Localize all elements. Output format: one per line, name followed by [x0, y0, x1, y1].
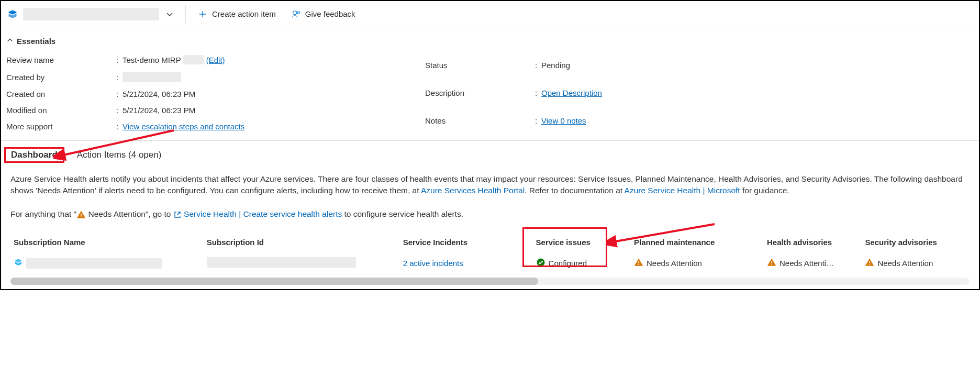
create-action-item-button[interactable]: Create action item	[190, 1, 283, 27]
annotation-highlight-dashboard: Dashboard	[4, 147, 64, 163]
tab-action-items[interactable]: Action Items (4 open)	[75, 148, 164, 162]
separator	[185, 5, 186, 24]
col-subscription-id[interactable]: Subscription Id	[204, 233, 400, 252]
warning-icon	[865, 258, 874, 269]
feedback-icon	[291, 9, 301, 19]
review-name-label: Review name	[6, 56, 116, 64]
create-service-health-alerts-link[interactable]: Service Health | Create service health a…	[184, 209, 342, 218]
created-on-label: Created on	[6, 90, 116, 98]
warning-icon	[634, 258, 643, 269]
table-row[interactable]: 2 active incidents Configured Needs Atte…	[10, 252, 970, 274]
essentials-right-column: Status: Pending Description: Open Descri…	[425, 55, 974, 131]
review-name-value: Test-demo MIRP (Edit)	[122, 55, 425, 64]
azure-service-health-docs-link[interactable]: Azure Service Health | Microsoft	[625, 186, 740, 195]
command-bar: Create action item Give feedback	[1, 1, 979, 27]
planned-maintenance-status: Needs Attention	[647, 259, 702, 268]
view-notes-link[interactable]: View 0 notes	[541, 116, 586, 125]
col-health-advisories[interactable]: Health advisories	[764, 233, 862, 252]
created-by-label: Created by	[6, 73, 116, 82]
subscriptions-table-wrap: Subscription Name Subscription Id Servic…	[1, 225, 979, 274]
breadcrumb[interactable]	[1, 8, 181, 20]
col-service-incidents[interactable]: Service Incidents	[400, 233, 533, 252]
svg-rect-5	[638, 264, 639, 266]
notes-label: Notes	[425, 116, 535, 125]
more-support-label: More support	[6, 122, 116, 131]
description-label: Description	[425, 89, 535, 97]
dashboard-description: Azure Service Health alerts notify you a…	[1, 168, 979, 225]
escalation-link[interactable]: View escalation steps and contacts	[122, 122, 244, 131]
scrollbar-thumb[interactable]	[10, 278, 538, 285]
col-service-issues[interactable]: Service issues	[533, 233, 631, 252]
svg-rect-2	[81, 216, 82, 217]
create-action-item-label: Create action item	[212, 9, 276, 18]
redacted-subscription-id	[207, 257, 356, 268]
give-feedback-label: Give feedback	[305, 9, 355, 18]
resource-icon	[7, 9, 18, 19]
active-incidents-link[interactable]: 2 active incidents	[403, 259, 463, 268]
svg-rect-9	[870, 264, 871, 266]
status-value: Pending	[541, 61, 974, 70]
essentials-section: Essentials Review name: Test-demo MIRP (…	[1, 27, 979, 141]
tab-dashboard[interactable]: Dashboard	[9, 148, 60, 162]
chevron-up-icon	[6, 37, 14, 46]
security-advisories-status: Needs Attention	[877, 259, 933, 268]
svg-rect-7	[771, 264, 772, 266]
modified-on-label: Modified on	[6, 106, 116, 115]
health-advisories-status: Needs Attenti…	[779, 259, 834, 268]
svg-rect-6	[771, 261, 772, 264]
plus-icon	[197, 9, 208, 19]
open-description-link[interactable]: Open Description	[541, 89, 602, 97]
svg-rect-8	[870, 261, 871, 264]
breadcrumb-name-redacted	[23, 8, 159, 20]
col-subscription-name[interactable]: Subscription Name	[10, 233, 204, 252]
edit-review-name-link[interactable]: (Edit)	[206, 56, 225, 64]
col-planned-maintenance[interactable]: Planned maintenance	[631, 233, 764, 252]
azure-health-portal-link[interactable]: Azure Services Health Portal	[421, 186, 525, 195]
redacted-subscription-name	[26, 258, 162, 269]
check-circle-icon	[536, 258, 545, 269]
created-by-value	[122, 72, 425, 82]
status-label: Status	[425, 61, 535, 70]
table-header-row: Subscription Name Subscription Id Servic…	[10, 233, 970, 252]
horizontal-scrollbar[interactable]	[10, 278, 970, 285]
subscriptions-table: Subscription Name Subscription Id Servic…	[10, 233, 970, 274]
subscription-icon	[14, 258, 23, 269]
essentials-toggle[interactable]: Essentials	[6, 37, 974, 46]
essentials-left-column: Review name: Test-demo MIRP (Edit) Creat…	[6, 55, 425, 131]
redacted-segment	[183, 55, 204, 64]
col-security-advisories[interactable]: Security advisories	[862, 233, 970, 252]
svg-rect-1	[81, 214, 82, 216]
redacted-creator	[122, 72, 181, 82]
created-on-value: 5/21/2024, 06:23 PM	[122, 90, 425, 98]
chevron-down-icon[interactable]	[164, 9, 175, 19]
warning-icon	[767, 258, 776, 269]
external-link-icon	[173, 211, 182, 219]
essentials-title: Essentials	[17, 37, 55, 46]
warning-icon	[76, 210, 86, 219]
svg-rect-4	[638, 261, 639, 264]
give-feedback-button[interactable]: Give feedback	[283, 1, 363, 27]
modified-on-value: 5/21/2024, 06:23 PM	[122, 106, 425, 115]
service-issues-status: Configured	[549, 259, 587, 268]
tab-bar: Dashboard Action Items (4 open)	[1, 141, 979, 168]
